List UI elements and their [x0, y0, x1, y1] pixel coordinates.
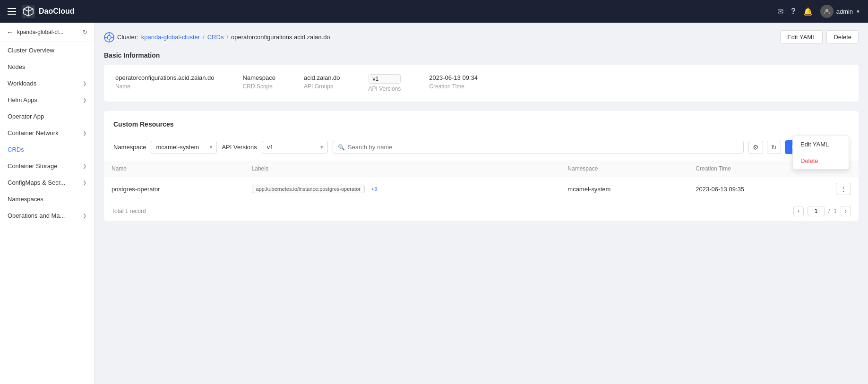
breadcrumb-cluster-link[interactable]: kpanda-global-cluster	[141, 34, 200, 41]
api-groups-value: acid.zalan.do	[304, 74, 340, 81]
context-menu-edit-yaml[interactable]: Edit YAML	[793, 136, 849, 153]
edit-yaml-button[interactable]: Edit YAML	[780, 30, 823, 44]
sidebar-item-label: Container Network	[8, 129, 59, 137]
row-actions-button[interactable]: ⋮	[836, 183, 851, 195]
sidebar-item-container-network[interactable]: Container Network ❯	[0, 125, 94, 141]
scope-field: Namespace CRD Scope	[243, 74, 275, 90]
page-input[interactable]	[808, 206, 825, 216]
logo-icon	[22, 5, 35, 18]
api-groups-label: API Groups	[304, 83, 340, 90]
row-labels: app.kubernetes.io/instance:postgres-oper…	[244, 177, 560, 201]
api-versions-label: API Versions	[369, 85, 401, 92]
cluster-back-header[interactable]: ← kpanda-global-cl... ↻	[0, 23, 94, 42]
label-tag: app.kubernetes.io/instance:postgres-oper…	[252, 185, 365, 193]
table-footer: Total 1 record ‹ / 1 ›	[104, 201, 859, 221]
sidebar-item-label: Nodes	[8, 63, 26, 70]
breadcrumb: Cluster: kpanda-global-cluster / CRDs / …	[104, 32, 330, 43]
table-row: postgres-operator app.kubernetes.io/inst…	[104, 177, 859, 201]
creation-time-field: 2023-06-13 09:34 Creation Time	[429, 74, 478, 90]
label-more[interactable]: +3	[369, 185, 380, 193]
sidebar-item-cluster-overview[interactable]: Cluster Overview	[0, 42, 94, 59]
sidebar-cluster-name: kpanda-global-cl...	[17, 29, 79, 35]
chevron-icon: ❯	[83, 180, 86, 185]
refresh-icon-btn[interactable]: ↻	[767, 141, 781, 154]
row-creation-time: 2023-06-13 09:35	[688, 177, 828, 201]
refresh-icon[interactable]: ↻	[83, 29, 87, 35]
row-actions-cell: ⋮	[828, 177, 859, 201]
table-body: postgres-operator app.kubernetes.io/inst…	[104, 177, 859, 201]
user-avatar	[820, 5, 834, 18]
help-icon[interactable]: ?	[791, 7, 796, 16]
breadcrumb-crds-link[interactable]: CRDs	[207, 34, 224, 41]
user-menu[interactable]: admin ▼	[820, 5, 860, 18]
scope-label: CRD Scope	[243, 83, 275, 90]
sidebar-item-label: Operations and Ma...	[8, 212, 65, 219]
breadcrumb-sep2: /	[226, 34, 228, 41]
total-records: Total 1 record	[112, 208, 146, 214]
api-versions-select[interactable]: v1	[262, 141, 328, 154]
username: admin	[836, 8, 853, 15]
api-versions-toolbar-label: API Versions	[222, 144, 257, 151]
breadcrumb-current: operatorconfigurations.acid.zalan.do	[231, 34, 330, 41]
sidebar-item-operator-app[interactable]: Operator App	[0, 108, 94, 125]
row-namespace: mcamel-system	[560, 177, 688, 201]
scope-value: Namespace	[243, 74, 275, 81]
delete-button[interactable]: Delete	[826, 30, 859, 44]
basic-info-title: Basic Information	[104, 51, 859, 59]
col-namespace: Namespace	[560, 161, 688, 177]
namespace-select-wrapper: mcamel-system default kube-system ▼	[151, 141, 217, 154]
navbar-right: ✉ ? 🔔 admin ▼	[777, 5, 860, 18]
name-label: Name	[115, 83, 215, 90]
settings-icon-btn[interactable]: ⚙	[748, 141, 763, 154]
namespace-label: Namespace	[113, 144, 146, 151]
chevron-icon: ❯	[83, 97, 86, 102]
chat-icon[interactable]: ✉	[777, 7, 783, 16]
search-icon: 🔍	[338, 144, 345, 151]
next-page-btn[interactable]: ›	[841, 206, 851, 216]
chevron-icon: ❯	[83, 213, 86, 218]
custom-resources-table-wrapper: Name Labels Namespace Creation Time post…	[104, 161, 859, 221]
sidebar-item-operations[interactable]: Operations and Ma... ❯	[0, 207, 94, 224]
navbar: DaoCloud ✉ ? 🔔 admin ▼	[0, 0, 868, 23]
basic-info-section: Basic Information operatorconfigurations…	[104, 51, 859, 102]
sidebar-item-workloads[interactable]: Workloads ❯	[0, 75, 94, 92]
col-labels: Labels	[244, 161, 560, 177]
sidebar-item-configmaps[interactable]: ConfigMaps & Secr... ❯	[0, 174, 94, 191]
breadcrumb-bar: Cluster: kpanda-global-cluster / CRDs / …	[104, 30, 859, 44]
basic-info-card: operatorconfigurations.acid.zalan.do Nam…	[104, 65, 859, 102]
namespace-select[interactable]: mcamel-system default kube-system	[151, 141, 217, 154]
total-pages: 1	[834, 208, 837, 214]
sidebar-item-helm-apps[interactable]: Helm Apps ❯	[0, 92, 94, 108]
name-value: operatorconfigurations.acid.zalan.do	[115, 74, 215, 81]
breadcrumb-sep1: /	[203, 34, 205, 41]
context-menu: Edit YAML Delete	[792, 136, 849, 170]
cluster-icon	[104, 32, 114, 43]
breadcrumb-cluster-label: Cluster:	[117, 34, 138, 41]
sidebar-item-namespaces[interactable]: Namespaces	[0, 191, 94, 207]
name-field: operatorconfigurations.acid.zalan.do Nam…	[115, 74, 215, 90]
chevron-icon: ❯	[83, 130, 86, 136]
breadcrumb-actions: Edit YAML Delete	[780, 30, 859, 44]
sidebar: ← kpanda-global-cl... ↻ Cluster Overview…	[0, 23, 95, 384]
col-name: Name	[104, 161, 244, 177]
creation-time-label: Creation Time	[429, 83, 478, 90]
user-dropdown-arrow: ▼	[856, 9, 860, 14]
sidebar-item-label: ConfigMaps & Secr...	[8, 179, 65, 186]
hamburger-menu[interactable]	[8, 8, 16, 15]
context-menu-delete[interactable]: Delete	[793, 153, 849, 169]
page-separator: /	[828, 208, 830, 214]
search-input[interactable]	[348, 144, 739, 151]
sidebar-item-crds[interactable]: CRDs	[0, 141, 94, 158]
pagination: ‹ / 1 ›	[793, 206, 851, 216]
sidebar-item-nodes[interactable]: Nodes	[0, 59, 94, 75]
logo-text: DaoCloud	[39, 7, 75, 16]
main-content: Cluster: kpanda-global-cluster / CRDs / …	[95, 23, 868, 384]
sidebar-item-container-storage[interactable]: Container Storage ❯	[0, 158, 94, 174]
navbar-left: DaoCloud	[8, 5, 75, 18]
table-header: Name Labels Namespace Creation Time	[104, 161, 859, 177]
api-groups-field: acid.zalan.do API Groups	[304, 74, 340, 90]
prev-page-btn[interactable]: ‹	[793, 206, 804, 216]
bell-icon[interactable]: 🔔	[803, 7, 813, 16]
app-body: ← kpanda-global-cl... ↻ Cluster Overview…	[0, 23, 868, 384]
sidebar-item-label: Workloads	[8, 80, 36, 87]
